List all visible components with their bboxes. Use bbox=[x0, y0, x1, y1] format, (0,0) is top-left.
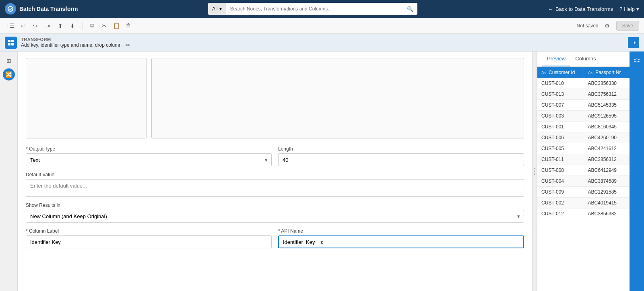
upload-btn[interactable]: ⬆ bbox=[55, 20, 66, 31]
redo-btn[interactable]: ↪ bbox=[30, 20, 41, 31]
divider-dots bbox=[534, 168, 535, 175]
transform-header: TRANSFORM Add key, identifier type and n… bbox=[0, 34, 644, 52]
delete-btn[interactable]: 🗑 bbox=[123, 20, 134, 31]
toolbar-group-export: ⬆ ⬇ bbox=[55, 20, 78, 31]
table-row: CUST-004ABC3874589 bbox=[537, 176, 630, 187]
col2-cell: ABC1291585 bbox=[584, 187, 630, 198]
expand-panel-btn[interactable] bbox=[628, 37, 639, 48]
col2-cell: ABC3756312 bbox=[584, 89, 630, 100]
back-label: Back to Data Transforms bbox=[555, 6, 613, 12]
save-status: Not saved bbox=[577, 23, 599, 29]
preview-table: A₃ Customer Id A₃ Passport Nr CUST-010AB… bbox=[537, 67, 630, 219]
formula-right bbox=[151, 58, 524, 140]
sidebar-transform-btn[interactable]: 🔀 bbox=[3, 68, 15, 80]
app-title: Batch Data Transform bbox=[19, 6, 78, 12]
divider-dot-1 bbox=[534, 168, 535, 169]
col2-cell: ABC3856332 bbox=[584, 208, 630, 219]
search-input[interactable] bbox=[226, 6, 403, 12]
formula-left-textarea[interactable] bbox=[26, 58, 147, 138]
column-label-input[interactable] bbox=[26, 235, 272, 248]
help-chevron-icon: ▾ bbox=[636, 6, 639, 12]
toolbar: +☰ ↩ ↪ ⇥ ⬆ ⬇ ⧉ ✂ 📋 🗑 Not saved ⚙ Save bbox=[0, 18, 644, 34]
table-row: CUST-002ABC4019415 bbox=[537, 198, 630, 208]
toolbar-group-add: +☰ bbox=[5, 20, 16, 31]
cut-btn[interactable]: ✂ bbox=[99, 20, 110, 31]
show-results-select[interactable]: New Column (and Keep Original) Replace C… bbox=[26, 210, 524, 223]
table-row: CUST-009ABC1291585 bbox=[537, 187, 630, 198]
col2-cell: ABC6412949 bbox=[584, 165, 630, 176]
col2-cell: ABC4260190 bbox=[584, 132, 630, 143]
table-row: CUST-013ABC3756312 bbox=[537, 89, 630, 100]
column-label-label: * Column Label bbox=[26, 228, 272, 234]
length-group: Length bbox=[278, 146, 524, 166]
panel-divider[interactable] bbox=[532, 52, 537, 291]
length-input[interactable] bbox=[278, 153, 524, 166]
dropdown-arrow-icon: ▾ bbox=[219, 6, 222, 12]
default-value-input[interactable] bbox=[26, 179, 524, 197]
table-row: CUST-006ABC4260190 bbox=[537, 132, 630, 143]
transform-info: TRANSFORM Add key, identifier type and n… bbox=[21, 37, 130, 48]
app-logo-area: Batch Data Transform bbox=[5, 3, 78, 14]
col1-cell: CUST-012 bbox=[537, 208, 584, 219]
formula-right-textarea[interactable] bbox=[151, 58, 524, 138]
col1-cell: CUST-008 bbox=[537, 165, 584, 176]
help-btn[interactable]: ? Help ▾ bbox=[619, 6, 639, 12]
add-node-btn[interactable]: +☰ bbox=[5, 20, 16, 31]
tab-preview[interactable]: Preview bbox=[542, 52, 570, 66]
col1-cell: CUST-013 bbox=[537, 89, 584, 100]
col2-cell: ABC8160345 bbox=[584, 122, 630, 132]
col1-header-label: Customer Id bbox=[549, 70, 575, 75]
output-type-label: * Output Type bbox=[26, 146, 272, 152]
toolbar-group-history: ↩ ↪ ⇥ bbox=[18, 20, 53, 31]
svg-rect-4 bbox=[11, 43, 14, 45]
tab-columns[interactable]: Columns bbox=[570, 52, 601, 66]
show-results-label: Show Results in bbox=[26, 202, 524, 208]
help-question-icon: ? bbox=[619, 6, 622, 12]
table-row: CUST-005ABC4241612 bbox=[537, 143, 630, 154]
col2-header: A₃ Passport Nr bbox=[584, 67, 630, 78]
back-arrow-icon: ← bbox=[548, 6, 553, 12]
settings-btn[interactable]: ⚙ bbox=[602, 20, 613, 31]
paste-btn[interactable]: 📋 bbox=[111, 20, 122, 31]
svg-rect-2 bbox=[11, 40, 14, 42]
table-row: CUST-007ABC5145335 bbox=[537, 100, 630, 111]
col1-cell: CUST-004 bbox=[537, 176, 584, 187]
svg-rect-1 bbox=[8, 40, 10, 42]
navigate-btn[interactable]: ⇥ bbox=[42, 20, 53, 31]
top-nav-right: ← Back to Data Transforms ? Help ▾ bbox=[548, 6, 639, 12]
table-row: CUST-012ABC3856332 bbox=[537, 208, 630, 219]
panel-scroll-area[interactable]: * Output Type Text Number Date Boolean L… bbox=[18, 52, 532, 291]
preview-table-header-row: A₃ Customer Id A₃ Passport Nr bbox=[537, 67, 630, 78]
transform-description: Add key, identifier type and name, drop … bbox=[21, 42, 122, 48]
search-filter-btn[interactable]: All ▾ bbox=[208, 3, 226, 15]
col2-cell: ABC4019415 bbox=[584, 198, 630, 208]
formula-left bbox=[26, 58, 147, 140]
api-name-input[interactable] bbox=[278, 235, 524, 248]
output-type-group: * Output Type Text Number Date Boolean bbox=[26, 146, 272, 166]
default-value-row: Default Value bbox=[26, 172, 524, 197]
formula-section bbox=[26, 58, 524, 140]
default-value-label: Default Value bbox=[26, 172, 524, 177]
edit-description-icon[interactable]: ✏ bbox=[126, 42, 130, 48]
show-results-row: Show Results in New Column (and Keep Ori… bbox=[26, 202, 524, 223]
download-btn[interactable]: ⬇ bbox=[67, 20, 78, 31]
col2-cell: ABC4241612 bbox=[584, 143, 630, 154]
divider-dot-3 bbox=[534, 173, 535, 175]
col1-header: A₃ Customer Id bbox=[537, 67, 584, 78]
sidebar-node-btn[interactable]: ⊞ bbox=[3, 55, 15, 67]
copy-btn[interactable]: ⧉ bbox=[87, 20, 98, 31]
center-panel: * Output Type Text Number Date Boolean L… bbox=[18, 52, 532, 291]
back-to-transforms-btn[interactable]: ← Back to Data Transforms bbox=[548, 6, 613, 12]
col1-cell: CUST-005 bbox=[537, 143, 584, 154]
transform-header-icon bbox=[5, 37, 17, 49]
col1-cell: CUST-006 bbox=[537, 132, 584, 143]
undo-btn[interactable]: ↩ bbox=[18, 20, 29, 31]
svg-rect-3 bbox=[8, 43, 10, 45]
output-type-select-wrapper: Text Number Date Boolean bbox=[26, 153, 272, 166]
output-type-select[interactable]: Text Number Date Boolean bbox=[26, 153, 272, 166]
expand-right-icon[interactable]: ⟨⟩ bbox=[633, 58, 641, 63]
col1-cell: CUST-002 bbox=[537, 198, 584, 208]
col2-cell: ABC5145335 bbox=[584, 100, 630, 111]
save-btn[interactable]: Save bbox=[616, 21, 639, 31]
search-button[interactable]: 🔍 bbox=[403, 6, 417, 12]
